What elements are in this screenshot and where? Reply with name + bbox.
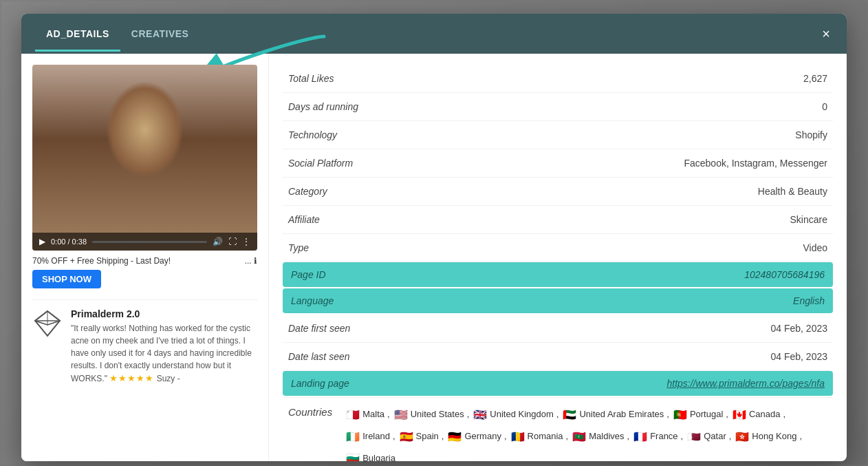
flag-icon: 🇮🇪 [346,428,360,446]
info-row-technology: TechnologyShopify [283,121,833,149]
flag-icon: 🇩🇪 [448,428,462,446]
flag-icon: 🇲🇹 [346,406,360,424]
info-label-language: Language [291,295,334,306]
country-item: 🇦🇪United Arab Emirates, [563,406,669,424]
info-row-language: LanguageEnglish [283,288,833,313]
country-item: 🇺🇸United States, [394,406,470,424]
info-row-affiliate: AffiliateSkincare [283,206,833,234]
info-label-type: Type [288,242,309,253]
brand-info: Primalderm 2.0 "It really works! Nothing… [71,308,257,385]
flag-icon: 🇪🇸 [400,428,413,446]
flag-icon: 🇭🇰 [735,428,749,446]
brand-name: Primalderm 2.0 [71,308,257,319]
info-label-category: Category [288,186,327,197]
info-value-social-platform: Facebook, Instagram, Messenger [684,158,827,169]
info-row-days-running: Days ad running0 [283,93,833,121]
countries-list: 🇲🇹Malta,🇺🇸United States,🇬🇧United Kingdom… [346,406,827,461]
info-label-affiliate: Affiliate [288,214,320,225]
countries-label: Countries [288,406,332,418]
info-label-total-likes: Total Likes [288,73,334,84]
country-name: France [650,430,677,444]
info-row-social-platform: Social PlatformFacebook, Instagram, Mess… [283,149,833,178]
info-value-days-running: 0 [822,101,827,112]
video-controls: ▶ 0:00 / 0:38 🔊 ⛶ ⋮ [32,233,257,251]
country-name: United Kingdom [490,407,554,422]
info-rows: Total Likes2,627Days ad running0Technolo… [283,65,833,396]
country-item: 🇵🇹Portugal, [673,406,728,424]
brand-icon [32,308,63,339]
country-item: 🇩🇪Germany, [448,428,506,446]
more-button[interactable]: ⋮ [242,237,250,246]
play-button[interactable]: ▶ [39,237,45,246]
info-row-date-last-seen: Date last seen04 Feb, 2023 [283,343,833,371]
info-label-date-first-seen: Date first seen [288,323,350,334]
flag-icon: 🇲🇻 [572,428,586,446]
country-item: 🇬🇧United Kingdom, [473,406,558,424]
flag-icon: 🇫🇷 [633,428,647,446]
caption-text: 70% OFF + Free Shipping - Last Day! [32,256,171,266]
info-value-category: Health & Beauty [758,186,827,197]
info-value-date-first-seen: 04 Feb, 2023 [770,323,827,334]
info-row-landing-page: Landing pagehttps://www.primalderm.co/pa… [283,371,833,396]
country-item: 🇪🇸Spain, [400,428,444,446]
country-name: Hong Kong [752,430,796,444]
brand-section: Primalderm 2.0 "It really works! Nothing… [32,299,257,385]
flag-icon: 🇷🇴 [511,428,525,446]
country-name: Maldives [589,430,624,444]
video-player[interactable]: ▶ 0:00 / 0:38 🔊 ⛶ ⋮ [32,65,257,251]
flag-icon: 🇬🇧 [473,406,487,424]
country-name: Malta [362,407,384,422]
country-item: 🇷🇴Romania, [511,428,569,446]
info-row-category: CategoryHealth & Beauty [283,178,833,206]
modal-overlay: AD_DETAILS CREATIVES × [0,0,868,466]
country-name: United Arab Emirates [579,407,664,422]
country-item: 🇫🇷France, [633,428,683,446]
country-name: Canada [749,407,781,422]
country-name: Spain [416,430,439,444]
flag-icon: 🇶🇦 [687,428,701,446]
country-item: 🇲🇹Malta, [346,406,389,424]
info-value-technology: Shopify [795,129,827,140]
video-frame [32,65,257,251]
landing-page-link[interactable]: https://www.primalderm.co/pages/nfa [666,378,825,389]
info-row-date-first-seen: Date first seen04 Feb, 2023 [283,315,833,343]
info-value-language: English [793,295,825,306]
progress-bar[interactable] [92,241,207,243]
left-panel: ▶ 0:00 / 0:38 🔊 ⛶ ⋮ 70% OFF + Free Shipp… [21,54,269,461]
country-name: Qatar [704,430,726,444]
info-row-total-likes: Total Likes2,627 [283,65,833,93]
info-label-date-last-seen: Date last seen [288,351,350,362]
country-name: Bulgaria [362,452,395,461]
modal-body: ▶ 0:00 / 0:38 🔊 ⛶ ⋮ 70% OFF + Free Shipp… [21,54,847,461]
info-row-page-id: Page ID102480705684196 [283,262,833,287]
caption-icons: ... ℹ [245,256,257,266]
info-label-page-id: Page ID [291,269,326,280]
fullscreen-button[interactable]: ⛶ [228,237,237,246]
modal-header: AD_DETAILS CREATIVES × [21,14,847,54]
tab-ad-details[interactable]: AD_DETAILS [35,16,120,52]
country-item: 🇧🇬Bulgaria [346,449,395,461]
country-name: Germany [464,430,501,444]
country-name: Portugal [690,407,723,422]
ad-caption: 70% OFF + Free Shipping - Last Day! ... … [32,256,257,266]
review-stars: ★★★★★ [109,373,154,383]
tab-creatives[interactable]: CREATIVES [120,16,200,52]
info-value-type: Video [803,242,827,253]
info-label-technology: Technology [288,129,337,140]
close-button[interactable]: × [816,24,836,43]
country-item: 🇭🇰Hong Kong, [735,428,802,446]
shop-now-button[interactable]: SHOP NOW [32,270,101,288]
info-value-page-id: 102480705684196 [744,269,825,280]
country-item: 🇮🇪Ireland, [346,428,395,446]
video-thumbnail [32,65,257,251]
info-value-landing-page[interactable]: https://www.primalderm.co/pages/nfa [666,378,825,389]
country-item: 🇲🇻Maldives, [572,428,629,446]
country-name: United States [411,407,464,422]
country-name: Romania [528,430,563,444]
country-item: 🇨🇦Canada, [733,406,785,424]
info-value-affiliate: Skincare [790,214,827,225]
country-item: 🇶🇦Qatar, [687,428,731,446]
volume-button[interactable]: 🔊 [213,237,223,246]
info-label-social-platform: Social Platform [288,158,353,169]
right-panel: Total Likes2,627Days ad running0Technolo… [269,54,847,461]
